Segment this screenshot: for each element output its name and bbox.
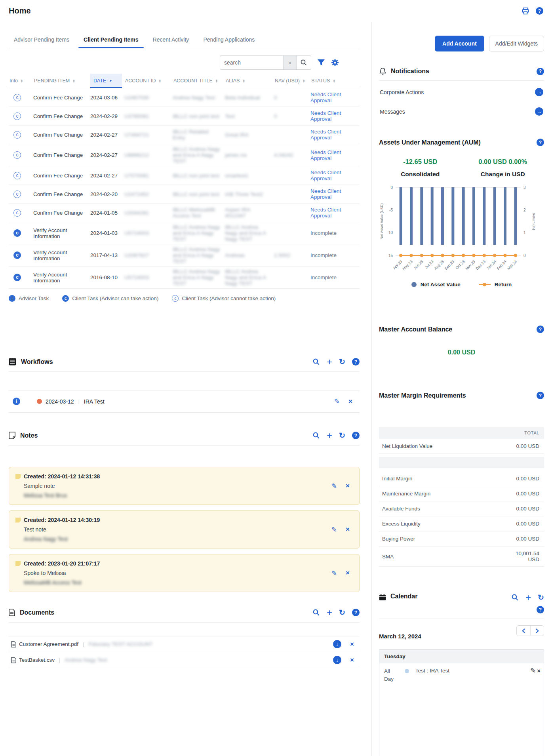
margin-row-label: SMA (382, 554, 394, 560)
workflow-info-icon[interactable]: i (13, 398, 20, 405)
document-row[interactable]: Customer Agreement.pdf | Fiduciary TEST … (9, 636, 360, 652)
tab[interactable]: Advisor Pending Items (9, 32, 74, 48)
tab[interactable]: Pending Applications (198, 32, 260, 48)
status-link[interactable]: Needs Client Approval (310, 91, 355, 103)
tab[interactable]: Recent Activity (148, 32, 194, 48)
document-name[interactable]: Customer Agreement.pdf (19, 641, 78, 647)
pending-item-cell: Confirm Fee Change (33, 95, 88, 101)
download-document-icon[interactable]: ↓ (333, 656, 341, 664)
status-link[interactable]: Incomplete (310, 252, 355, 258)
svg-text:Jul 23: Jul 23 (424, 259, 434, 270)
master-margin-help-icon[interactable]: ? (537, 392, 544, 399)
account-id-cell: U5724003 (124, 230, 170, 236)
table-row[interactable]: Confirm Fee Change 2024-02-27 U8866212 I… (9, 144, 360, 166)
open-notification-arrow-icon[interactable]: → (535, 88, 543, 96)
calendar-event-row[interactable]: All Day Test : IRA Test (379, 663, 544, 687)
column-header-status[interactable]: STATUS ▲▼ (310, 74, 355, 88)
status-link[interactable]: Incomplete (310, 230, 355, 236)
delete-workflow-icon[interactable]: × (348, 398, 352, 406)
client-task-icon (13, 209, 21, 217)
status-link[interactable]: Needs Client Approval (310, 129, 355, 141)
documents-search-icon[interactable] (312, 609, 320, 616)
documents-add-icon[interactable]: + (327, 609, 332, 616)
notification-row[interactable]: Corporate Actions → (379, 82, 544, 102)
table-row[interactable]: Confirm Fee Change 2024-01-05 U3344281 I… (9, 204, 360, 222)
calendar-next-day-button[interactable] (530, 626, 544, 636)
document-name[interactable]: TestBasket.csv (19, 657, 55, 663)
table-settings-gear-icon[interactable] (331, 59, 339, 67)
status-link[interactable]: Needs Client Approval (310, 149, 355, 161)
workflows-add-icon[interactable]: + (327, 358, 332, 366)
search-button[interactable] (297, 55, 311, 70)
table-row[interactable]: Confirm Fee Change 2024-02-27 U7494721 I… (9, 126, 360, 144)
status-link[interactable]: Needs Client Approval (310, 110, 355, 122)
notes-add-icon[interactable]: + (327, 432, 332, 439)
column-header-nav[interactable]: NAV (USD) ▲▼ (274, 74, 308, 88)
widgets-column: Add Account Add/Edit Widgets Notificatio… (371, 22, 552, 756)
notification-row[interactable]: Messages → (379, 102, 544, 121)
status-link[interactable]: Incomplete (310, 274, 355, 280)
notifications-help-icon[interactable]: ? (537, 68, 544, 75)
pending-tabs: Advisor Pending Items Client Pending Ite… (9, 32, 360, 48)
table-row[interactable]: Confirm Fee Change 2024-03-06 U2467030 A… (9, 88, 360, 107)
workflows-help-icon[interactable]: ? (352, 358, 360, 366)
table-row[interactable]: Verify Account Information 2017-04-13 U2… (9, 244, 360, 267)
delete-note-icon[interactable]: × (346, 482, 350, 490)
open-notification-arrow-icon[interactable]: → (535, 107, 543, 116)
calendar-search-icon[interactable] (511, 594, 519, 601)
margin-table-row: Excess Liquidity 0.00 USD (379, 516, 544, 531)
add-account-button[interactable]: Add Account (435, 36, 484, 51)
date-cell: 2017-04-13 (90, 252, 122, 258)
column-header-info[interactable]: Info ▲▼ (9, 74, 31, 88)
document-row[interactable]: TestBasket.csv | Andrea Nagy Test ↓ × (9, 652, 360, 668)
table-row[interactable]: Verify Account Information 2016-08-10 U5… (9, 267, 360, 289)
status-link[interactable]: Needs Client Approval (310, 169, 355, 181)
delete-note-icon[interactable]: × (346, 526, 350, 533)
delete-document-icon[interactable]: × (350, 640, 354, 648)
calendar-refresh-icon[interactable]: ↻ (538, 593, 544, 602)
margin-row-label: Available Funds (382, 506, 420, 512)
print-icon[interactable] (522, 7, 529, 15)
edit-note-icon[interactable]: ✎ (331, 526, 337, 534)
column-header-account-id[interactable]: ACCOUNT ID ▲▼ (124, 74, 170, 88)
workflow-row[interactable]: i 2024-03-12 | IRA Test ✎ × (9, 390, 360, 413)
tab[interactable]: Client Pending Items (78, 32, 143, 48)
documents-refresh-icon[interactable]: ↻ (339, 608, 345, 617)
table-row[interactable]: Confirm Fee Change 2024-02-29 U3785081 I… (9, 107, 360, 126)
notes-search-icon[interactable] (312, 432, 320, 439)
calendar-add-icon[interactable]: + (525, 594, 531, 601)
delete-document-icon[interactable]: × (350, 656, 354, 664)
margin-table: TOTAL Net Liquidation Value 0.00 USD Ini… (379, 427, 544, 567)
edit-event-icon[interactable]: ✎ (530, 666, 536, 675)
account-id-cell: U2472452 (124, 191, 170, 197)
column-header-date[interactable]: DATE ▼ (90, 74, 122, 88)
table-row[interactable]: Confirm Fee Change 2024-02-27 U7070081 I… (9, 166, 360, 185)
add-edit-widgets-button[interactable]: Add/Edit Widgets (489, 36, 544, 51)
delete-event-icon[interactable]: × (537, 667, 541, 674)
column-header-pending-item[interactable]: PENDING ITEM ▲▼ (33, 74, 88, 88)
page-help-icon[interactable]: ? (536, 7, 543, 15)
column-header-account-title[interactable]: ACCOUNT TITLE ▲▼ (173, 74, 223, 88)
column-header-alias[interactable]: ALIAS ▲▼ (225, 74, 272, 88)
master-balance-help-icon[interactable]: ? (537, 326, 544, 333)
filter-icon[interactable] (317, 59, 325, 66)
table-row[interactable]: Confirm Fee Change 2024-02-20 U2472452 I… (9, 185, 360, 204)
search-input[interactable] (220, 55, 283, 70)
status-link[interactable]: Needs Client Approval (310, 188, 355, 200)
workflows-search-icon[interactable] (312, 358, 320, 366)
edit-note-icon[interactable]: ✎ (331, 569, 337, 577)
download-document-icon[interactable]: ↓ (333, 640, 341, 648)
documents-help-icon[interactable]: ? (352, 609, 360, 616)
workflows-refresh-icon[interactable]: ↻ (339, 357, 345, 366)
clear-search-button[interactable]: × (283, 55, 297, 70)
notes-help-icon[interactable]: ? (352, 432, 360, 439)
edit-note-icon[interactable]: ✎ (331, 482, 337, 490)
calendar-prev-day-button[interactable] (517, 626, 530, 636)
table-row[interactable]: Verify Account Information 2024-01-03 U5… (9, 222, 360, 244)
status-link[interactable]: Needs Client Approval (310, 207, 355, 219)
aum-help-icon[interactable]: ? (537, 139, 544, 146)
calendar-help-icon[interactable]: ? (537, 606, 544, 613)
notes-refresh-icon[interactable]: ↻ (339, 431, 345, 440)
edit-workflow-icon[interactable]: ✎ (334, 397, 340, 406)
delete-note-icon[interactable]: × (346, 569, 350, 577)
